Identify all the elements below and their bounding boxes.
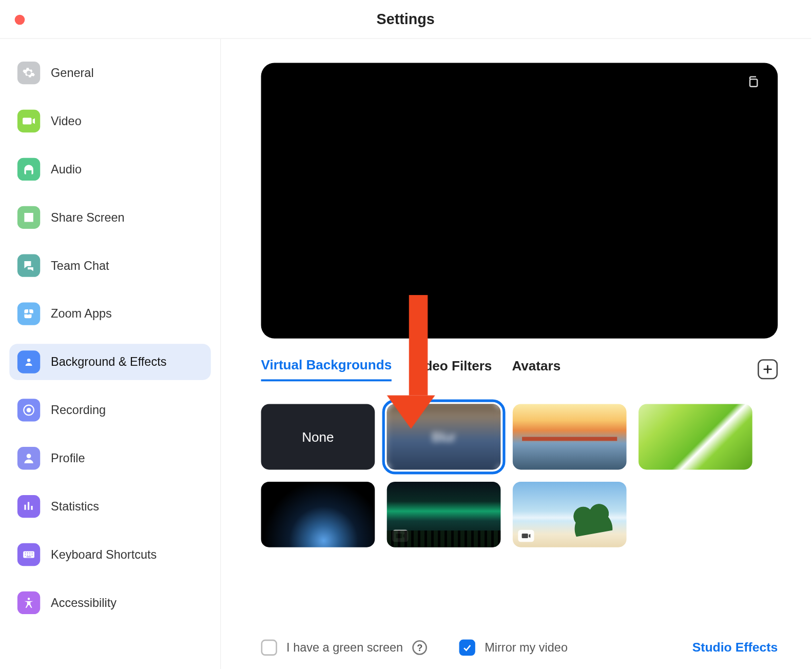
background-tile-golden-gate-bridge[interactable] (513, 404, 627, 470)
window-title: Settings (377, 10, 435, 28)
green-screen-label: I have a green screen (286, 641, 403, 655)
apps-icon (17, 302, 40, 325)
sidebar-item-label: Zoom Apps (51, 307, 112, 321)
sidebar-item-keyboard-shortcuts[interactable]: Keyboard Shortcuts (9, 537, 211, 573)
settings-sidebar: GeneralVideoAudioShare ScreenTeam ChatZo… (0, 39, 221, 669)
video-background-icon (518, 530, 534, 542)
studio-effects-link[interactable]: Studio Effects (692, 640, 778, 655)
mirror-video-label: Mirror my video (485, 641, 568, 655)
profile-icon (17, 447, 40, 469)
sidebar-item-recording[interactable]: Recording (9, 392, 211, 428)
svg-point-3 (27, 454, 31, 459)
background-tile-aurora-borealis[interactable] (387, 482, 501, 547)
person-icon (17, 350, 40, 373)
record-icon (17, 399, 40, 421)
gear-icon (17, 62, 40, 84)
chat-icon (17, 254, 40, 277)
sidebar-item-label: Share Screen (51, 210, 125, 224)
tab-video-filters[interactable]: Video Filters (412, 358, 492, 380)
sidebar-item-label: Profile (51, 451, 85, 465)
sidebar-item-general[interactable]: General (9, 55, 211, 91)
keyboard-icon (17, 543, 40, 566)
background-tile-grass[interactable] (639, 404, 752, 470)
svg-point-0 (27, 359, 31, 362)
video-background-icon (392, 530, 408, 542)
footer-controls: I have a green screen ? Mirror my video … (261, 613, 778, 655)
sidebar-item-label: Recording (51, 403, 106, 417)
sidebar-item-video[interactable]: Video (9, 103, 211, 139)
sidebar-item-label: Accessibility (51, 596, 117, 609)
sidebar-item-label: Team Chat (51, 259, 109, 272)
svg-point-5 (28, 598, 30, 600)
sidebar-item-statistics[interactable]: Statistics (9, 488, 211, 524)
accessibility-icon (17, 592, 40, 614)
titlebar: Settings (0, 0, 811, 39)
stats-icon (17, 495, 40, 518)
video-icon (17, 110, 40, 132)
main-panel: Virtual Backgrounds Video Filters Avatar… (221, 39, 811, 669)
mirror-video-checkbox[interactable] (459, 640, 475, 656)
background-tabs: Virtual Backgrounds Video Filters Avatar… (261, 357, 778, 381)
background-tile-beach[interactable] (513, 482, 627, 547)
tab-virtual-backgrounds[interactable]: Virtual Backgrounds (261, 357, 392, 381)
sidebar-item-label: Video (51, 114, 82, 128)
sidebar-item-team-chat[interactable]: Team Chat (9, 247, 211, 283)
sidebar-item-label: Background & Effects (51, 355, 166, 369)
sidebar-item-label: Statistics (51, 499, 99, 513)
svg-point-2 (27, 408, 31, 412)
sidebar-item-accessibility[interactable]: Accessibility (9, 585, 211, 621)
headphones-icon (17, 158, 40, 181)
background-tile-blur[interactable]: Blur (387, 404, 501, 470)
background-tile-label: None (302, 429, 334, 445)
background-tile-earth-from-space[interactable] (261, 482, 375, 547)
sidebar-item-audio[interactable]: Audio (9, 151, 211, 187)
background-grid: NoneBlur (261, 404, 778, 547)
green-screen-checkbox[interactable] (261, 640, 277, 656)
svg-rect-6 (750, 79, 757, 86)
close-window-button[interactable] (15, 15, 25, 25)
sidebar-item-background-effects[interactable]: Background & Effects (9, 344, 211, 380)
sidebar-item-share-screen[interactable]: Share Screen (9, 200, 211, 235)
add-background-button[interactable] (758, 359, 778, 379)
sidebar-item-label: Keyboard Shortcuts (51, 547, 157, 561)
sidebar-item-label: Audio (51, 162, 82, 176)
background-tile-none[interactable]: None (261, 404, 375, 470)
sidebar-item-zoom-apps[interactable]: Zoom Apps (9, 296, 211, 331)
tab-avatars[interactable]: Avatars (512, 358, 560, 380)
green-screen-help-icon[interactable]: ? (412, 640, 427, 655)
video-preview (261, 63, 778, 339)
sidebar-item-profile[interactable]: Profile (9, 440, 211, 476)
rotate-camera-icon[interactable] (746, 75, 761, 92)
sidebar-item-label: General (51, 66, 94, 80)
share-icon (17, 206, 40, 229)
